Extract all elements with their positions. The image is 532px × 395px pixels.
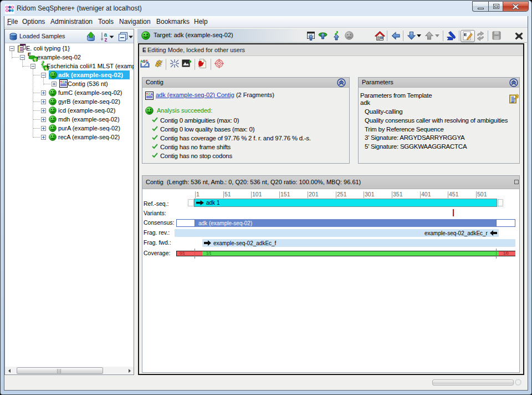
svg-text:q: q bbox=[34, 57, 36, 62]
svg-text:A: A bbox=[151, 93, 154, 96]
svg-text:A: A bbox=[65, 80, 68, 84]
svg-text:z: z bbox=[105, 37, 108, 42]
svg-text:E: E bbox=[464, 32, 467, 37]
